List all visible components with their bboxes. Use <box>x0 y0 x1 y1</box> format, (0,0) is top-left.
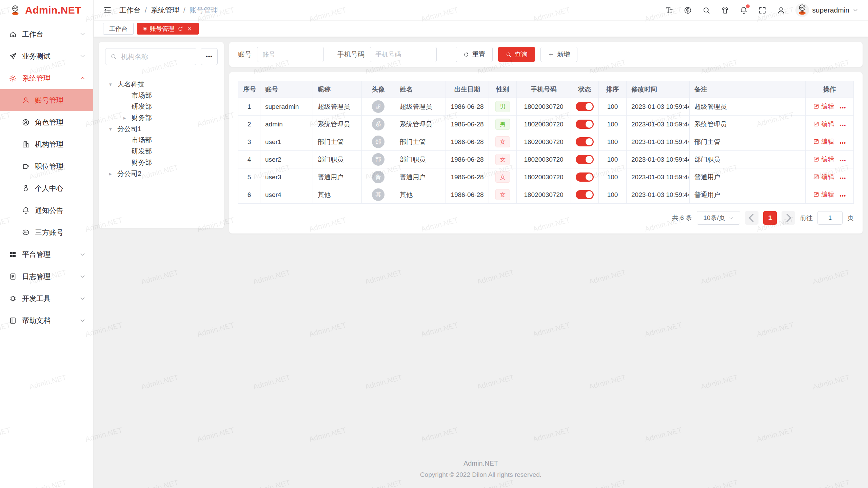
tree-caret-icon[interactable]: ▾ <box>109 81 117 87</box>
reset-button[interactable]: 重置 <box>456 47 493 62</box>
current-page-button[interactable]: 1 <box>763 211 777 225</box>
main-area: 工作台 / 系统管理 / 账号管理 superadmin <box>94 0 868 488</box>
refresh-icon[interactable] <box>177 26 183 32</box>
breadcrumb-item[interactable]: 系统管理 <box>151 5 179 15</box>
cell-account: user1 <box>260 133 313 151</box>
org-search-input[interactable] <box>120 53 191 61</box>
sidebar-item-account-management[interactable]: 账号管理 <box>0 89 93 111</box>
tab-workbench[interactable]: 工作台 <box>103 23 134 35</box>
cell-birthdate: 1986-06-28 <box>446 151 489 168</box>
tree-caret-icon[interactable]: ▸ <box>109 171 117 177</box>
tree-node-label: 财务部 <box>132 113 152 122</box>
query-button[interactable]: 查询 <box>498 47 535 62</box>
org-tree: ▾大名科技市场部研发部▸财务部▾分公司1市场部研发部财务部▸分公司2 <box>105 79 218 179</box>
sidebar-item-workbench[interactable]: 工作台 <box>0 23 93 45</box>
fullscreen-icon[interactable] <box>758 6 767 15</box>
prev-page-button[interactable] <box>745 211 758 225</box>
sidebar-item-third-party-account[interactable]: 三方账号 <box>0 221 93 243</box>
edit-button[interactable]: 编辑 <box>813 102 834 111</box>
tree-node[interactable]: ▾大名科技 <box>105 79 218 90</box>
row-more-button[interactable]: ••• <box>840 105 846 110</box>
phone-input[interactable] <box>370 47 437 62</box>
tree-node[interactable]: 财务部 <box>105 157 218 168</box>
notification-bell-icon[interactable] <box>739 6 748 15</box>
sidebar-item-dev-tools[interactable]: 开发工具 <box>0 287 93 309</box>
add-button[interactable]: 新增 <box>540 47 577 62</box>
sidebar-item-system-management[interactable]: 系统管理 <box>0 67 93 89</box>
org-search-box <box>105 48 196 65</box>
edit-icon <box>813 103 820 109</box>
close-icon[interactable] <box>186 26 193 32</box>
tree-node[interactable]: 研发部 <box>105 146 218 157</box>
chevron-down-icon <box>79 251 86 258</box>
sidebar-nav: 工作台 业务测试 系统管理 账号管理 角色管理 <box>0 20 93 331</box>
tree-caret-icon[interactable]: ▸ <box>123 115 132 121</box>
edit-button[interactable]: 编辑 <box>813 137 834 146</box>
tree-node[interactable]: 市场部 <box>105 90 218 101</box>
tree-node[interactable]: 市场部 <box>105 135 218 146</box>
sidebar-item-help-docs[interactable]: 帮助文档 <box>0 309 93 331</box>
tree-more-button[interactable]: ••• <box>201 48 218 65</box>
phone-label: 手机号码 <box>337 50 364 59</box>
tab-account-management[interactable]: 账号管理 <box>137 23 199 35</box>
edit-button[interactable]: 编辑 <box>813 172 834 181</box>
sidebar-item-log-management[interactable]: 日志管理 <box>0 265 93 287</box>
edit-button[interactable]: 编辑 <box>813 155 834 164</box>
col-birthdate: 出生日期 <box>446 81 489 98</box>
col-account: 账号 <box>260 81 313 98</box>
edit-icon <box>813 138 820 145</box>
page-size-select[interactable]: 10条/页 <box>697 211 740 225</box>
logo-mascot-icon <box>9 4 22 17</box>
logo[interactable]: Admin.NET <box>0 0 93 20</box>
cell-index: 5 <box>238 168 260 186</box>
row-more-button[interactable]: ••• <box>840 158 846 163</box>
theme-icon[interactable] <box>721 6 729 15</box>
chevron-down-icon <box>79 295 86 302</box>
sidebar-item-label: 开发工具 <box>22 294 79 303</box>
sidebar-item-org-management[interactable]: 机构管理 <box>0 133 93 155</box>
status-toggle[interactable] <box>576 137 594 146</box>
row-more-button[interactable]: ••• <box>840 175 846 181</box>
user-menu[interactable]: superadmin <box>795 3 859 17</box>
sidebar-item-label: 角色管理 <box>35 118 86 127</box>
sidebar-item-position-management[interactable]: 职位管理 <box>0 155 93 177</box>
tree-node[interactable]: 研发部 <box>105 101 218 112</box>
goto-page-input[interactable] <box>817 211 843 225</box>
row-more-button[interactable]: ••• <box>840 140 846 146</box>
breadcrumb-item[interactable]: 工作台 <box>119 5 141 15</box>
profile-icon[interactable] <box>777 6 785 15</box>
row-more-button[interactable]: ••• <box>840 193 846 199</box>
tree-node[interactable]: ▾分公司1 <box>105 123 218 135</box>
edit-icon <box>813 156 820 162</box>
sidebar: Admin.NET 工作台 业务测试 系统管理 账号管理 <box>0 0 94 488</box>
font-size-icon[interactable] <box>665 6 673 15</box>
next-page-button[interactable] <box>782 211 795 225</box>
col-gender: 性别 <box>489 81 517 98</box>
chevron-down-icon <box>79 317 86 324</box>
logo-text: Admin.NET <box>25 4 81 16</box>
status-toggle[interactable] <box>576 172 594 182</box>
search-icon[interactable] <box>702 6 711 15</box>
sidebar-item-role-management[interactable]: 角色管理 <box>0 111 93 133</box>
book-icon <box>9 317 17 325</box>
row-more-button[interactable]: ••• <box>840 122 846 128</box>
sidebar-item-notice[interactable]: 通知公告 <box>0 199 93 221</box>
tree-node[interactable]: ▸财务部 <box>105 112 218 123</box>
status-toggle[interactable] <box>576 155 594 164</box>
status-toggle[interactable] <box>576 120 594 129</box>
sidebar-item-business-test[interactable]: 业务测试 <box>0 45 93 67</box>
tree-node[interactable]: ▸分公司2 <box>105 168 218 179</box>
edit-button[interactable]: 编辑 <box>813 120 834 128</box>
status-toggle[interactable] <box>576 190 594 199</box>
chevron-down-icon <box>79 53 86 59</box>
breadcrumb-separator: / <box>183 6 185 14</box>
account-input[interactable] <box>257 47 324 62</box>
sidebar-item-platform-management[interactable]: 平台管理 <box>0 243 93 265</box>
accounts-table-card: 序号 账号 昵称 头像 姓名 出生日期 性别 手机号码 状态 排序 <box>229 72 863 233</box>
edit-button[interactable]: 编辑 <box>813 190 834 199</box>
sidebar-collapse-icon[interactable] <box>103 6 112 15</box>
tree-caret-icon[interactable]: ▾ <box>109 126 117 132</box>
status-toggle[interactable] <box>576 102 594 111</box>
language-icon[interactable] <box>684 6 692 15</box>
sidebar-item-personal-center[interactable]: 个人中心 <box>0 177 93 199</box>
